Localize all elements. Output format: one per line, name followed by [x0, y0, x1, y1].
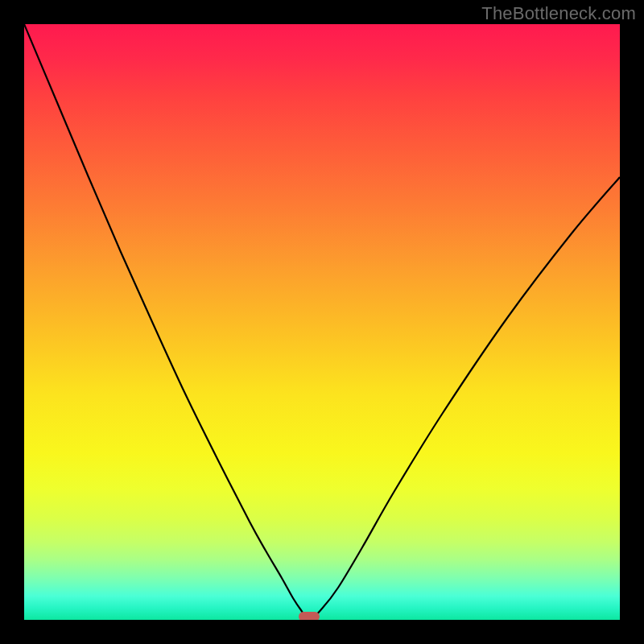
bottleneck-curve [24, 24, 620, 620]
watermark-text: TheBottleneck.com [481, 3, 636, 24]
curve-svg [24, 24, 620, 620]
plot-area [24, 24, 620, 620]
minimum-marker [299, 612, 320, 620]
chart-frame: TheBottleneck.com [0, 0, 644, 644]
